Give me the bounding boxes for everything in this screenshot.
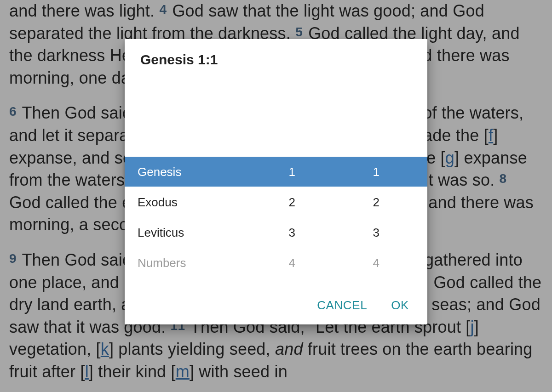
cancel-button[interactable]: CANCEL [315, 295, 369, 315]
verse-option[interactable]: 4 [343, 248, 427, 278]
verse-wheel[interactable]: 1 2 3 4 [343, 77, 427, 287]
picker-columns: Genesis Exodus Leviticus Numbers 1 2 3 4… [125, 77, 427, 287]
picker-body: Genesis Exodus Leviticus Numbers 1 2 3 4… [125, 77, 427, 287]
verse-option[interactable]: 2 [343, 187, 427, 217]
book-wheel[interactable]: Genesis Exodus Leviticus Numbers [125, 77, 259, 287]
ok-button[interactable]: OK [389, 295, 411, 315]
verse-option[interactable]: 3 [343, 217, 427, 248]
chapter-wheel[interactable]: 1 2 3 4 [259, 77, 343, 287]
chapter-option[interactable]: 3 [259, 217, 343, 248]
verse-option[interactable]: 1 [343, 157, 427, 187]
book-option[interactable]: Exodus [125, 187, 259, 217]
chapter-option[interactable]: 1 [259, 157, 343, 187]
book-option[interactable]: Genesis [125, 157, 259, 187]
dialog-title: Genesis 1:1 [125, 39, 427, 77]
verse-picker-dialog: Genesis 1:1 Genesis Exodus Leviticus Num… [125, 39, 427, 324]
book-option[interactable]: Leviticus [125, 217, 259, 248]
chapter-option[interactable]: 4 [259, 248, 343, 278]
chapter-option[interactable]: 2 [259, 187, 343, 217]
book-option[interactable]: Numbers [125, 248, 259, 278]
dialog-actions: CANCEL OK [125, 287, 427, 324]
